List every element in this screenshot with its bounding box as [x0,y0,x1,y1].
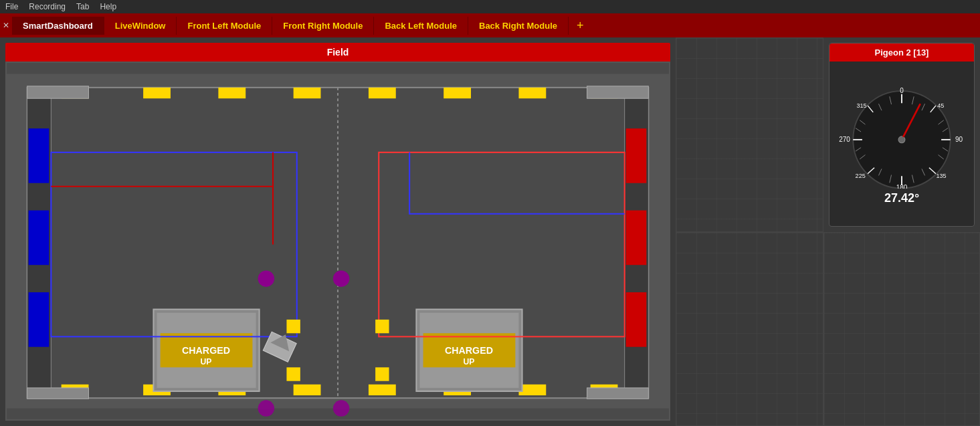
svg-rect-43 [286,320,300,333]
svg-text:270: 270 [839,136,850,144]
main-content: Field [0,37,980,426]
svg-rect-45 [286,367,300,381]
gauge-value: 27.42° [884,191,919,205]
right-top-left-cell [676,37,823,232]
svg-rect-21 [29,292,50,347]
svg-rect-23 [626,128,647,183]
tab-bar: ✕ SmartDashboard LiveWindow Front Left M… [0,13,980,37]
svg-text:225: 225 [856,173,866,179]
gauge-header: Pigeon 2 [13] [829,43,974,62]
right-panel: Pigeon 2 [13] 0 45 90 [676,37,980,426]
svg-rect-13 [294,385,321,395]
svg-rect-49 [27,86,89,98]
tab-smartdashboard[interactable]: SmartDashboard [12,17,104,35]
gauge-widget: Pigeon 2 [13] 0 45 90 [829,43,975,227]
svg-text:90: 90 [955,136,963,144]
tab-front-left-module[interactable]: Front Left Module [177,17,272,35]
svg-text:CHARGED: CHARGED [182,345,230,356]
field-title: Field [327,47,349,58]
svg-rect-50 [587,86,649,98]
svg-rect-5 [294,88,321,98]
svg-point-88 [898,137,904,143]
svg-rect-51 [27,388,89,399]
svg-rect-44 [375,320,389,333]
menu-tab[interactable]: Tab [76,2,89,11]
menu-recording[interactable]: Recording [29,2,66,11]
svg-rect-19 [29,128,50,183]
gauge-title: Pigeon 2 [13] [875,47,929,58]
svg-rect-8 [518,88,546,98]
svg-text:45: 45 [937,102,944,109]
tab-back-left-module[interactable]: Back Left Module [374,17,468,35]
svg-rect-6 [369,88,396,98]
field-header: Field [5,43,670,62]
svg-point-40 [333,270,349,286]
svg-rect-7 [444,88,471,98]
svg-rect-46 [375,367,389,381]
tab-close-icon[interactable]: ✕ [3,21,9,30]
svg-rect-52 [587,388,649,399]
svg-rect-3 [143,88,171,98]
field-canvas: CHARGED UP CHARGED UP [5,62,670,421]
svg-text:135: 135 [937,173,947,179]
svg-rect-25 [626,292,647,347]
gauge-container: 0 45 90 135 180 225 [829,62,974,226]
svg-rect-24 [626,211,647,265]
svg-text:180: 180 [896,185,908,189]
tab-livewindow[interactable]: LiveWindow [104,17,177,35]
right-bottom-left-cell [676,232,823,427]
svg-rect-14 [369,385,396,395]
svg-text:0: 0 [900,87,904,94]
right-bottom-right-cell [823,232,980,427]
svg-text:315: 315 [856,102,866,109]
svg-rect-4 [218,88,246,98]
svg-rect-20 [29,211,50,265]
menu-help[interactable]: Help [100,2,116,11]
svg-point-39 [258,270,274,286]
tab-front-right-module[interactable]: Front Right Module [272,17,374,35]
svg-text:UP: UP [463,357,474,366]
tab-add-button[interactable]: + [569,19,592,33]
menu-file[interactable]: File [5,2,18,11]
tab-back-right-module[interactable]: Back Right Module [468,17,569,35]
menu-bar: File Recording Tab Help [0,0,980,13]
field-panel: Field [0,37,676,426]
svg-text:UP: UP [201,357,212,366]
svg-text:CHARGED: CHARGED [445,345,493,356]
svg-point-42 [333,400,349,416]
svg-point-41 [258,400,274,416]
